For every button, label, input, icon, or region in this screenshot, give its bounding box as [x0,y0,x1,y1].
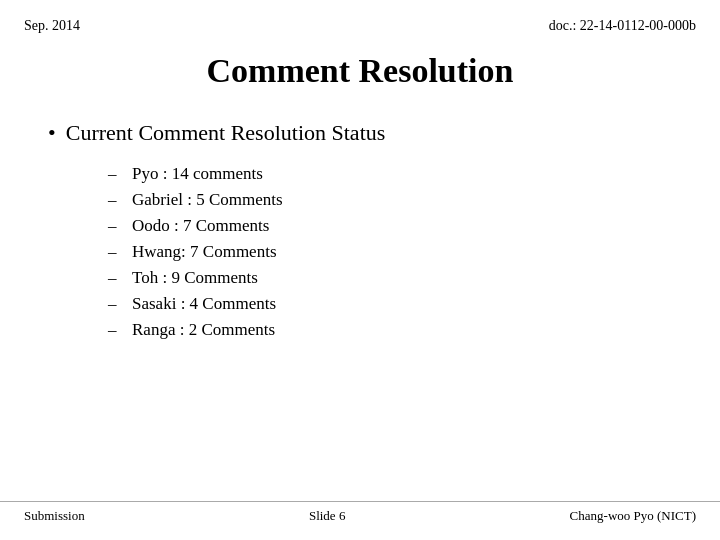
content-section: • Current Comment Resolution Status – Py… [0,120,720,340]
dash-icon: – [108,216,122,236]
title-section: Comment Resolution [0,52,720,90]
header-doc-id: doc.: 22-14-0112-00-000b [549,18,696,34]
sub-items-list: – Pyo : 14 comments – Gabriel : 5 Commen… [108,164,672,340]
main-title: Comment Resolution [24,52,696,90]
slide: Sep. 2014 doc.: 22-14-0112-00-000b Comme… [0,0,720,540]
dash-icon: – [108,190,122,210]
list-item: – Sasaki : 4 Comments [108,294,672,314]
dash-icon: – [108,164,122,184]
list-item: – Hwang: 7 Comments [108,242,672,262]
item-text: Hwang: 7 Comments [132,242,277,262]
footer-left: Submission [24,508,85,524]
heading-text: Current Comment Resolution Status [66,120,386,146]
slide-header: Sep. 2014 doc.: 22-14-0112-00-000b [0,0,720,34]
dash-icon: – [108,294,122,314]
item-text: Gabriel : 5 Comments [132,190,283,210]
bullet-symbol: • [48,122,56,144]
item-text: Sasaki : 4 Comments [132,294,276,314]
list-item: – Oodo : 7 Comments [108,216,672,236]
item-text: Oodo : 7 Comments [132,216,269,236]
item-text: Ranga : 2 Comments [132,320,275,340]
list-item: – Toh : 9 Comments [108,268,672,288]
item-text: Toh : 9 Comments [132,268,258,288]
header-date: Sep. 2014 [24,18,80,34]
dash-icon: – [108,268,122,288]
list-item: – Gabriel : 5 Comments [108,190,672,210]
slide-footer: Submission Slide 6 Chang-woo Pyo (NICT) [0,501,720,524]
footer-center: Slide 6 [309,508,345,524]
list-item: – Pyo : 14 comments [108,164,672,184]
section-heading: • Current Comment Resolution Status [48,120,672,146]
item-text: Pyo : 14 comments [132,164,263,184]
dash-icon: – [108,320,122,340]
dash-icon: – [108,242,122,262]
list-item: – Ranga : 2 Comments [108,320,672,340]
footer-right: Chang-woo Pyo (NICT) [570,508,696,524]
